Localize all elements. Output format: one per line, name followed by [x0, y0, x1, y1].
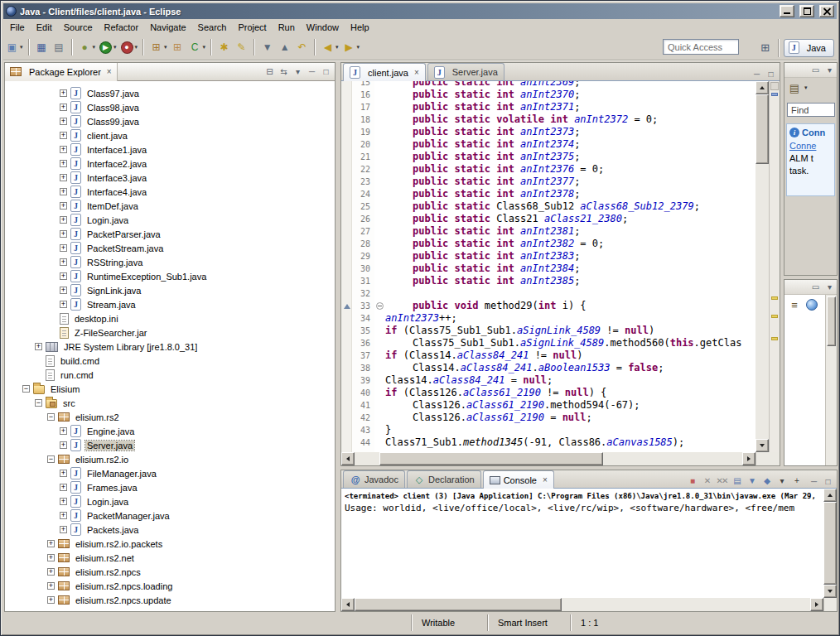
link-with-editor-icon[interactable]: ⇆ — [277, 65, 291, 79]
quick-access-input[interactable]: Quick Access — [663, 39, 739, 55]
open-console-icon[interactable]: + — [789, 474, 804, 488]
code-text[interactable]: public static int anInt2376 = 0; — [385, 163, 756, 176]
code-text[interactable]: public static int anInt2384; — [385, 263, 756, 275]
save-button[interactable]: ▦ — [33, 37, 51, 57]
mini-vertical-scrollbar[interactable] — [825, 295, 837, 465]
expand-icon[interactable]: + — [60, 287, 67, 294]
menu-item-run[interactable]: Run — [273, 21, 301, 34]
collapse-icon[interactable]: − — [47, 413, 55, 421]
expand-icon[interactable]: + — [47, 554, 55, 561]
outline-icon[interactable]: ≡ — [786, 297, 803, 312]
overview-annotation[interactable] — [771, 337, 778, 340]
editor-tab-server-java[interactable]: JServer.java — [427, 63, 504, 80]
dropdown-arrow-icon[interactable]: ▾ — [336, 44, 339, 51]
tree-item-elisium-rs2-npcs-update[interactable]: +elisium.rs2.npcs.update — [5, 593, 335, 607]
code-text[interactable]: public static volatile int anInt2372 = 0… — [385, 113, 756, 126]
expand-icon[interactable]: + — [60, 484, 67, 491]
expand-icon[interactable]: + — [47, 540, 55, 547]
fold-collapse-icon[interactable] — [374, 302, 385, 310]
expand-icon[interactable]: + — [60, 188, 67, 195]
view-menu-icon[interactable]: ▾ — [823, 281, 837, 294]
code-text[interactable]: public static int anInt2374; — [385, 138, 756, 151]
remove-all-launches-icon[interactable]: ✕✕ — [714, 474, 729, 488]
expand-icon[interactable]: + — [60, 498, 67, 505]
tree-item-interface3-java[interactable]: +JInterface3.java — [5, 171, 335, 185]
editor-vertical-scrollbar[interactable] — [756, 81, 769, 452]
next-annotation-button[interactable]: ▼ — [258, 37, 276, 57]
console-body[interactable]: <terminated> client (3) [Java Applicatio… — [341, 489, 823, 598]
expand-icon[interactable]: + — [60, 526, 67, 533]
code-text[interactable]: public static int anInt2378; — [385, 188, 756, 200]
open-perspective-icon[interactable]: ⊞ — [757, 40, 774, 56]
maximize-view-icon[interactable]: □ — [821, 475, 835, 488]
code-text[interactable]: public static int anInt2370; — [385, 89, 756, 101]
expand-icon[interactable]: + — [60, 89, 67, 97]
code-text[interactable]: Class75_Sub1_Sub1.aSignLink_4589.method5… — [385, 337, 756, 349]
close-window-button[interactable] — [819, 5, 834, 17]
collapse-icon[interactable]: − — [35, 399, 42, 407]
dropdown-arrow-icon[interactable]: ▾ — [357, 44, 360, 51]
tree-item-z-filesearcher-jar[interactable]: Z-FileSearcher.jar — [5, 325, 335, 340]
back-button[interactable]: ◀▾ — [319, 37, 340, 57]
pin-console-icon[interactable]: ◆ — [759, 474, 774, 488]
tree-item-login-java[interactable]: +JLogin.java — [5, 213, 335, 227]
code-text[interactable]: if (Class126.aClass61_2190 != null) { — [385, 387, 756, 399]
expand-icon[interactable]: + — [60, 202, 67, 210]
tree-item-src[interactable]: −src — [5, 396, 335, 410]
restore-view-icon[interactable]: ▭ — [809, 281, 823, 294]
code-text[interactable]: public void method29(int i) { — [385, 300, 756, 312]
print-button[interactable]: ▤ — [51, 37, 68, 57]
expand-icon[interactable]: + — [60, 244, 67, 252]
view-menu-icon[interactable]: ▾ — [291, 65, 305, 79]
close-tab-icon[interactable]: × — [414, 68, 419, 77]
scroll-thumb[interactable] — [823, 502, 837, 585]
collapse-icon[interactable]: − — [22, 385, 30, 393]
expand-icon[interactable]: + — [60, 132, 67, 139]
last-edit-location-button[interactable]: ↶ — [293, 37, 311, 57]
menu-item-navigate[interactable]: Navigate — [144, 21, 191, 34]
menu-item-project[interactable]: Project — [232, 21, 272, 34]
scroll-thumb[interactable] — [827, 296, 836, 346]
code-text[interactable]: public static int anInt2377; — [385, 176, 756, 188]
expand-icon[interactable]: + — [60, 104, 67, 111]
overview-annotation[interactable] — [771, 315, 778, 318]
package-explorer-tab[interactable]: Package Explorer × — [5, 63, 118, 81]
code-text[interactable]: public static Class21 aClass21_2380; — [385, 213, 756, 225]
code-text[interactable]: public static int anInt2375; — [385, 151, 756, 163]
close-view-icon[interactable]: × — [107, 67, 112, 76]
tree-item-build-cmd[interactable]: build.cmd — [5, 354, 335, 368]
expand-icon[interactable]: + — [60, 427, 67, 435]
code-text[interactable]: Class71_Sub1.method1345(-91, Class86.aCa… — [385, 436, 756, 449]
tree-item-class97-java[interactable]: +JClass97.java — [5, 86, 335, 100]
code-text[interactable]: Class126.aClass61_2190 = null; — [385, 412, 756, 424]
expand-icon[interactable]: + — [60, 512, 67, 519]
marker-column[interactable] — [341, 304, 352, 309]
code-text[interactable]: Class14.aClass84_241 = null; — [385, 374, 756, 387]
minimize-view-icon[interactable]: ─ — [305, 65, 319, 79]
scroll-up-button[interactable] — [756, 81, 769, 94]
remove-launch-icon[interactable]: ✕ — [699, 474, 714, 488]
scroll-down-button[interactable] — [756, 439, 769, 452]
menu-item-help[interactable]: Help — [345, 21, 375, 34]
tree-item-filemanager-java[interactable]: +JFileManager.java — [5, 466, 335, 480]
maximize-window-button[interactable] — [799, 5, 814, 17]
terminate-icon[interactable]: ■ — [684, 474, 699, 488]
tree-item-itemdef-java[interactable]: +JItemDef.java — [5, 199, 335, 213]
tree-item-signlink-java[interactable]: +JSignLink.java — [5, 283, 335, 297]
tree-item-runtimeexception-sub1-java[interactable]: +JRuntimeException_Sub1.java — [5, 269, 335, 283]
code-text[interactable]: anInt2373++; — [385, 312, 756, 325]
tree-item-engine-java[interactable]: +JEngine.java — [5, 424, 335, 438]
tree-item-stream-java[interactable]: +JStream.java — [5, 297, 335, 311]
scroll-down-button[interactable] — [823, 585, 837, 598]
previous-annotation-button[interactable]: ▲ — [276, 37, 293, 57]
tree-item-jre-system-library-jre1-8-0-31[interactable]: +JRE System Library [jre1.8.0_31] — [5, 340, 335, 354]
code-text[interactable]: public static int anInt2385; — [385, 275, 756, 287]
dropdown-arrow-icon[interactable]: ▾ — [203, 44, 206, 51]
menu-item-window[interactable]: Window — [301, 21, 345, 34]
tree-item-packets-java[interactable]: +JPackets.java — [5, 523, 335, 537]
tree-item-elisium-rs2-io-packets[interactable]: +elisium.rs2.io.packets — [5, 537, 335, 551]
java-perspective-button[interactable]: J Java — [784, 39, 834, 57]
collapse-all-icon[interactable]: ⊟ — [263, 65, 277, 79]
code-text[interactable]: public static int anInt2381; — [385, 225, 756, 238]
tree-item-packetmanager-java[interactable]: +JPacketManager.java — [5, 508, 335, 523]
